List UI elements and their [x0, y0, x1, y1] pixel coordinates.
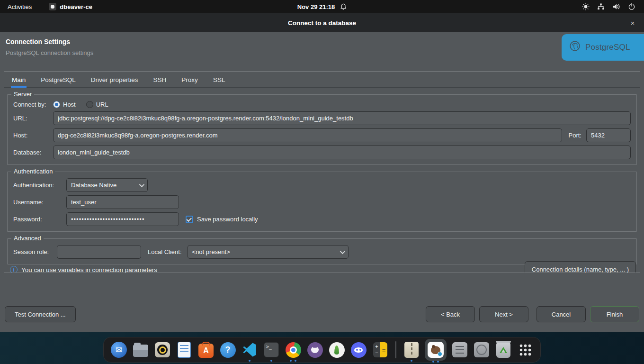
- preferences-icon[interactable]: [451, 341, 468, 358]
- info-row: i You can use variables in connection pa…: [10, 266, 157, 273]
- app-grid-icon[interactable]: [517, 341, 534, 358]
- authentication-dropdown[interactable]: Database Native: [66, 178, 148, 192]
- finish-button[interactable]: Finish: [590, 306, 639, 322]
- activities-button[interactable]: Activities: [8, 3, 32, 10]
- local-client-dropdown-value: <not present>: [192, 248, 230, 255]
- username-input[interactable]: [66, 195, 179, 209]
- volume-icon: [612, 3, 620, 10]
- rhythmbox-icon[interactable]: [154, 341, 171, 358]
- dock: ✉ A ? >_ +−=: [103, 337, 541, 363]
- system-status-area[interactable]: [582, 3, 644, 10]
- back-button[interactable]: < Back: [426, 306, 475, 322]
- postgresql-elephant-icon: [568, 39, 582, 55]
- session-role-label: Session role:: [13, 248, 57, 255]
- network-icon: [597, 3, 605, 10]
- desktop: ✉ A ? >_ +−=: [0, 337, 644, 364]
- dialog-title: Connect to a database: [288, 19, 356, 27]
- next-button[interactable]: Next >: [479, 306, 528, 322]
- dialog-content: Main PostgreSQL Driver properties SSH Pr…: [0, 66, 644, 300]
- notification-bell-icon: [340, 3, 347, 10]
- clock-menu[interactable]: Nov 29 21:18: [297, 3, 347, 10]
- postgresql-badge-label: PostgreSQL: [585, 43, 630, 52]
- url-input[interactable]: [53, 111, 631, 125]
- authentication-dropdown-value: Database Native: [71, 182, 116, 189]
- focused-app-name: dbeaver-ce: [60, 3, 92, 10]
- tab-ssl[interactable]: SSL: [212, 73, 226, 87]
- page-subtitle: PostgreSQL connection settings: [6, 49, 644, 56]
- dialog-titlebar: Connect to a database ×: [0, 13, 644, 32]
- advanced-group: Advanced Session role: Local Client: <no…: [7, 238, 637, 264]
- chrome-icon[interactable]: [285, 341, 302, 358]
- tab-main[interactable]: Main: [11, 73, 27, 87]
- dbeaver-mini-icon: [49, 3, 56, 10]
- username-label: Username:: [13, 199, 66, 206]
- connect-by-label: Connect by:: [13, 101, 53, 108]
- thunderbird-icon[interactable]: ✉: [110, 341, 127, 358]
- terminal-icon[interactable]: >_: [263, 341, 280, 358]
- calculator-icon[interactable]: +−=: [372, 341, 389, 358]
- close-icon[interactable]: ×: [627, 17, 638, 28]
- tab-proxy[interactable]: Proxy: [180, 73, 199, 87]
- archive-manager-icon[interactable]: [403, 341, 420, 358]
- password-input[interactable]: [66, 212, 179, 226]
- disks-icon[interactable]: [473, 341, 490, 358]
- info-icon: i: [10, 266, 18, 273]
- radio-url-label[interactable]: URL: [96, 101, 108, 108]
- url-label: URL:: [13, 115, 53, 122]
- help-icon[interactable]: ?: [219, 341, 236, 358]
- authentication-label: Authentication:: [13, 182, 66, 189]
- connection-settings-panel: Main PostgreSQL Driver properties SSH Pr…: [4, 71, 640, 273]
- port-input[interactable]: [586, 128, 631, 142]
- files-icon[interactable]: [132, 341, 149, 358]
- dbeaver-icon[interactable]: [425, 339, 447, 361]
- save-password-label[interactable]: Save password locally: [197, 216, 258, 223]
- chevron-down-icon: [340, 248, 345, 254]
- brightness-icon: [582, 3, 590, 10]
- server-group: Server Connect by: Host URL URL: Host: P…: [7, 94, 637, 165]
- server-group-legend: Server: [11, 91, 34, 98]
- port-label: Port:: [569, 132, 581, 139]
- libreoffice-writer-icon[interactable]: [176, 341, 193, 358]
- advanced-group-legend: Advanced: [11, 235, 44, 242]
- authentication-group: Authentication Authentication: Database …: [7, 172, 637, 232]
- test-connection-button[interactable]: Test Connection ...: [5, 306, 76, 322]
- info-text: You can use variables in connection para…: [21, 266, 157, 273]
- radio-connect-by-url[interactable]: [86, 101, 93, 108]
- radio-host-label[interactable]: Host: [63, 101, 76, 108]
- connection-details-button[interactable]: Connection details (name, type, ... ): [525, 261, 636, 273]
- host-input[interactable]: [53, 128, 562, 142]
- tab-postgresql[interactable]: PostgreSQL: [40, 73, 77, 87]
- database-input[interactable]: [53, 146, 631, 159]
- trash-icon[interactable]: [495, 341, 512, 358]
- database-label: Database:: [13, 149, 53, 156]
- save-password-checkbox[interactable]: [186, 216, 193, 223]
- tab-driver-properties[interactable]: Driver properties: [90, 73, 139, 87]
- discord-icon[interactable]: [350, 341, 367, 358]
- ubuntu-software-icon[interactable]: A: [197, 341, 215, 358]
- local-client-dropdown[interactable]: <not present>: [188, 245, 349, 259]
- power-icon: [628, 3, 635, 10]
- session-role-input[interactable]: [57, 245, 141, 259]
- dialog-header: Connection Settings PostgreSQL connectio…: [0, 32, 644, 66]
- chevron-down-icon: [139, 182, 144, 187]
- radio-connect-by-host[interactable]: [53, 101, 60, 108]
- clock-text: Nov 29 21:18: [297, 3, 335, 10]
- github-desktop-icon[interactable]: [306, 341, 323, 358]
- top-bar: Activities dbeaver-ce Nov 29 21:18: [0, 0, 644, 13]
- host-label: Host:: [13, 132, 53, 139]
- connect-to-database-dialog: Connect to a database × Connection Setti…: [0, 13, 644, 332]
- authentication-group-legend: Authentication: [11, 168, 55, 175]
- postgresql-logo-badge: PostgreSQL: [562, 34, 644, 61]
- focused-app-menu[interactable]: dbeaver-ce: [49, 3, 92, 10]
- local-client-label: Local Client:: [148, 248, 182, 255]
- tab-ssh[interactable]: SSH: [152, 73, 168, 87]
- tab-bar: Main PostgreSQL Driver properties SSH Pr…: [4, 72, 640, 88]
- dialog-button-bar: Test Connection ... < Back Next > Cancel…: [0, 300, 644, 332]
- page-title: Connection Settings: [6, 38, 644, 46]
- mongodb-compass-icon[interactable]: [328, 341, 345, 358]
- dock-separator: [395, 341, 396, 358]
- vscode-icon[interactable]: [241, 341, 258, 358]
- cancel-button[interactable]: Cancel: [537, 306, 586, 322]
- password-label: Password:: [13, 216, 66, 223]
